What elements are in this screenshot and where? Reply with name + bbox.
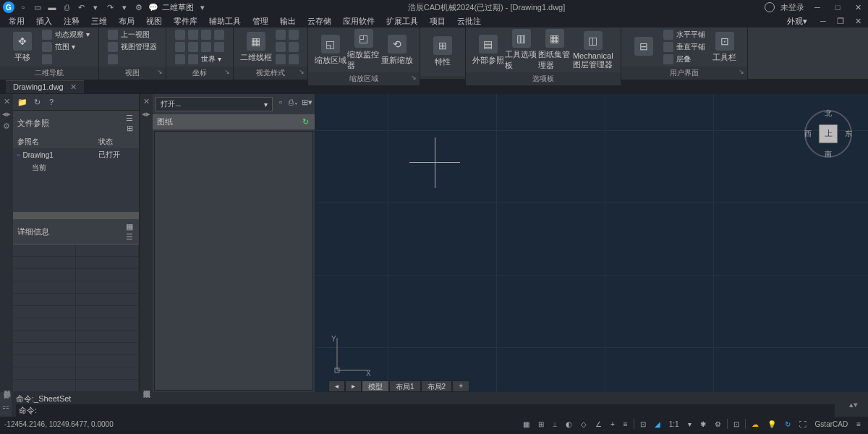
tree-icon[interactable]: ⊞ (124, 123, 135, 133)
window-button[interactable]: ⊟ (627, 29, 660, 65)
viewcube[interactable]: 上 北 南 西 东 (803, 109, 854, 159)
zoom-region-button[interactable]: ◱缩放区域 (314, 29, 347, 71)
layout-icon[interactable]: ⊞▾ (302, 97, 312, 107)
prev-view-button[interactable]: 上一视图 (105, 29, 160, 41)
scale-display[interactable]: 1:1 (666, 419, 682, 430)
menu-view[interactable]: 视图 (140, 14, 168, 28)
status-opt[interactable]: ⊡ (731, 419, 742, 430)
menu-3d[interactable]: 三维 (85, 14, 113, 28)
layout-tab-1[interactable]: 布局1 (389, 380, 421, 392)
tile-h-button[interactable]: 水平平铺 (660, 29, 708, 41)
menu-manage[interactable]: 管理 (247, 14, 274, 28)
scrollbar-h[interactable] (13, 212, 139, 219)
menu-project[interactable]: 项目 (424, 14, 451, 28)
layout-tab-model[interactable]: 模型 (362, 380, 389, 392)
cmd-handle[interactable]: ✕⚏ (0, 392, 12, 417)
col-status[interactable]: 状态 (98, 137, 135, 147)
file-tab[interactable]: Drawing1.dwg ✕ (6, 80, 84, 93)
refresh-icon[interactable]: ↻ (32, 97, 42, 107)
snap-toggle[interactable]: ⊞ (535, 419, 547, 430)
layout-tab-add[interactable]: + (452, 380, 469, 392)
command-input[interactable] (37, 406, 832, 415)
refresh-sheet-icon[interactable]: ↻ (300, 116, 310, 127)
toolbar-button[interactable]: ⊡工具栏 (708, 29, 741, 65)
sheetset-panel-handle[interactable]: ✕◂▸ 图纸集管理器 (140, 94, 153, 392)
menu-icon[interactable]: ≡ (854, 419, 864, 430)
menu-cloudnote[interactable]: 云批注 (451, 14, 487, 28)
menu-insert[interactable]: 插入 (30, 14, 58, 28)
workspace-toggle[interactable]: ⚙ (712, 419, 724, 430)
sheet-list[interactable] (154, 131, 313, 391)
dropdown-icon[interactable]: ▾ (119, 1, 130, 13)
close-tab-icon[interactable]: ✕ (70, 82, 77, 91)
vs-row1[interactable] (273, 29, 302, 41)
xref-panel-handle[interactable]: ✕◂▸⚙ 外部参照 (0, 94, 13, 392)
appearance-dropdown[interactable]: 外观▾ (781, 14, 813, 28)
view-button[interactable] (105, 54, 160, 65)
child-restore[interactable]: ❐ (833, 15, 848, 27)
pan-button[interactable]: ✥ 平移 (6, 29, 39, 65)
lwt-toggle[interactable]: ≡ (621, 419, 631, 430)
tile-v-button[interactable]: 垂直平铺 (660, 41, 708, 53)
vs-row3[interactable] (273, 54, 302, 65)
plot-icon[interactable]: ⎙ (61, 1, 72, 13)
polar-toggle[interactable]: ◐ (563, 419, 575, 430)
preview-icon[interactable]: ▦ (124, 221, 135, 231)
scale-dropdown[interactable]: ▾ (685, 419, 694, 430)
ortho-toggle[interactable]: ⟂ (550, 419, 560, 430)
close-button[interactable]: ✕ (851, 1, 865, 13)
layout-nav-right[interactable]: ▸ (345, 380, 362, 392)
ucs-row1[interactable] (172, 29, 227, 41)
bulb-icon[interactable]: 💡 (765, 419, 779, 430)
drawing-canvas[interactable]: Y X 上 北 南 西 东 ◂ ▸ 模型 布局1 布局2 + (315, 94, 868, 392)
cascade-button[interactable]: 层叠 (660, 54, 708, 65)
menu-tools[interactable]: 辅助工具 (203, 14, 247, 28)
menu-cloud[interactable]: 云存储 (302, 14, 337, 28)
iso-toggle[interactable]: ◢ (652, 419, 663, 430)
gear-icon[interactable]: ⚙ (133, 1, 145, 13)
maximize-button[interactable]: □ (830, 1, 845, 13)
orbit-button[interactable]: 动态观察 ▾ (39, 29, 93, 41)
xref-button[interactable]: ▤外部参照 (472, 29, 505, 71)
extents-button[interactable]: 范围 ▾ (39, 41, 93, 53)
layer-manager-button[interactable]: ◫Mechanical 图层管理器 (571, 29, 615, 71)
properties-button[interactable]: ⊞特性 (426, 29, 459, 75)
layout-nav-left[interactable]: ◂ (328, 380, 345, 392)
folder-icon[interactable]: 📁 (17, 97, 27, 107)
ucs-world-button[interactable]: 世界 ▾ (172, 54, 227, 65)
sync-icon[interactable]: ↻ (782, 419, 793, 430)
redo-icon[interactable]: ↷ (104, 1, 116, 13)
save-icon[interactable]: ▬ (46, 1, 58, 13)
menu-apps[interactable]: 应用软件 (337, 14, 380, 28)
menu-common[interactable]: 常用 (3, 14, 30, 28)
toolpalette-button[interactable]: ▥工具选项板 (505, 29, 538, 71)
dropdown-icon[interactable]: ▾ (90, 1, 101, 13)
print-icon[interactable]: ⎙▾ (289, 97, 299, 107)
sheetset-button[interactable]: ▦图纸集管理器 (538, 29, 571, 71)
detail-icon[interactable]: ☰ (124, 231, 135, 242)
osnap-toggle[interactable]: ◇ (578, 419, 590, 430)
model-toggle[interactable]: ⊡ (637, 419, 649, 430)
app-logo[interactable]: G (3, 1, 14, 13)
menu-parts[interactable]: 零件库 (168, 14, 203, 28)
nav-button[interactable] (39, 54, 93, 65)
layout-tab-2[interactable]: 布局2 (421, 380, 453, 392)
user-icon[interactable] (765, 2, 775, 12)
fullscreen-icon[interactable]: ⛶ (796, 419, 809, 430)
menu-annotate[interactable]: 注释 (58, 14, 85, 28)
menu-output[interactable]: 输出 (274, 14, 302, 28)
cloud-icon[interactable]: ☁ (749, 419, 762, 430)
child-close[interactable]: ✕ (851, 15, 865, 27)
help-icon[interactable]: ? (46, 97, 56, 107)
undo-icon[interactable]: ↶ (75, 1, 87, 13)
annotation-toggle[interactable]: ✱ (697, 419, 709, 430)
chat-icon[interactable]: 💬 (148, 1, 159, 13)
login-status[interactable]: 未登录 (780, 2, 804, 13)
cmd-scroll[interactable]: ▴▾ (839, 392, 868, 417)
minimize-button[interactable]: ─ (810, 1, 825, 13)
rezoom-button[interactable]: ⟲重新缩放 (380, 29, 414, 71)
zoom-monitor-button[interactable]: ◰缩放监控器 (347, 29, 380, 71)
view-manager-button[interactable]: 视图管理器 (105, 41, 160, 53)
new-sheet-icon[interactable]: ▫ (276, 97, 286, 107)
new-icon[interactable]: ▫ (17, 1, 29, 13)
